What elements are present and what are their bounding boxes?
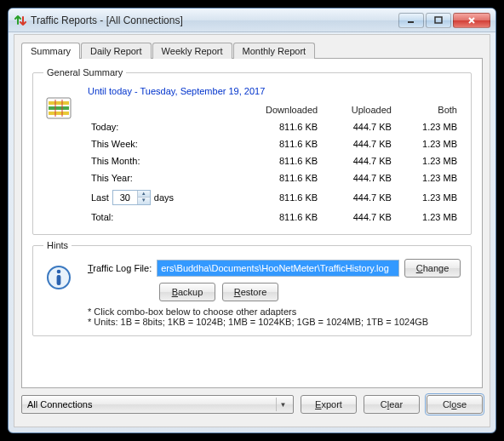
tab-summary[interactable]: Summary <box>21 43 80 59</box>
maximize-button[interactable] <box>426 13 451 28</box>
spin-up-icon[interactable]: ▲ <box>138 191 150 198</box>
last-label-prefix: Last <box>91 192 109 203</box>
svg-point-9 <box>57 270 61 274</box>
tab-panel: General Summary Until today - Tuesday, S… <box>21 58 483 388</box>
svg-rect-3 <box>49 101 69 105</box>
svg-rect-5 <box>49 112 69 115</box>
days-input[interactable] <box>113 191 137 204</box>
restore-button[interactable]: Restore <box>222 283 278 301</box>
tab-weekly[interactable]: Weekly Report <box>152 43 232 59</box>
window-frame: Traffic Reports - [All Connections] Summ… <box>8 8 496 433</box>
close-button[interactable] <box>453 13 490 28</box>
summary-legend: General Summary <box>43 67 126 77</box>
row-month: This Month: 811.6 KB 444.7 KB 1.23 MB <box>88 152 461 169</box>
hints-legend: Hints <box>43 240 72 250</box>
export-button[interactable]: Export <box>301 395 357 414</box>
col-both: Both <box>395 101 461 118</box>
col-blank <box>88 101 228 118</box>
row-last-n-days: Last ▲ ▼ days <box>88 186 461 209</box>
change-button[interactable]: Change <box>404 259 461 278</box>
tab-daily[interactable]: Daily Report <box>81 43 152 59</box>
window-title: Traffic Reports - [All Connections] <box>31 14 398 26</box>
bottom-bar: All Connections ▼ Export Clear Close <box>21 395 483 414</box>
svg-rect-4 <box>49 106 69 110</box>
tab-monthly[interactable]: Monthly Report <box>233 43 316 59</box>
svg-rect-10 <box>57 275 61 285</box>
svg-rect-1 <box>435 17 442 23</box>
titlebar[interactable]: Traffic Reports - [All Connections] <box>9 9 495 32</box>
log-file-input[interactable] <box>157 260 399 277</box>
hint-units: * Units: 1B = 8bits; 1KB = 1024B; 1MB = … <box>88 317 461 327</box>
row-total: Total: 811.6 KB 444.7 KB 1.23 MB <box>88 209 461 226</box>
summary-date: Until today - Tuesday, September 19, 201… <box>88 86 461 96</box>
col-uploaded: Uploaded <box>321 101 395 118</box>
hints-group: Hints Traffic Log File: Change <box>32 240 472 336</box>
row-week: This Week: 811.6 KB 444.7 KB 1.23 MB <box>88 135 461 152</box>
general-summary-group: General Summary Until today - Tuesday, S… <box>32 67 472 235</box>
chevron-down-icon: ▼ <box>276 398 289 411</box>
summary-icon <box>45 94 72 122</box>
days-spinner[interactable]: ▲ ▼ <box>112 190 151 205</box>
clear-button[interactable]: Clear <box>364 395 420 414</box>
backup-button[interactable]: Backup <box>159 283 215 301</box>
adapter-value: All Connections <box>27 399 92 410</box>
adapter-combo[interactable]: All Connections ▼ <box>21 395 294 414</box>
spin-down-icon[interactable]: ▼ <box>138 198 150 204</box>
col-downloaded: Downloaded <box>228 101 321 118</box>
stats-table: Downloaded Uploaded Both Today: 811.6 KB… <box>88 101 461 226</box>
hint-adapters: * Click combo-box below to choose other … <box>88 306 461 317</box>
window-controls <box>398 13 490 28</box>
app-icon <box>14 14 27 27</box>
info-icon <box>45 264 72 291</box>
tabs: Summary Daily Report Weekly Report Month… <box>21 43 483 59</box>
log-file-label: Traffic Log File: <box>88 263 152 273</box>
close-dialog-button[interactable]: Close <box>427 395 483 414</box>
row-today: Today: 811.6 KB 444.7 KB 1.23 MB <box>88 118 461 135</box>
row-year: This Year: 811.6 KB 444.7 KB 1.23 MB <box>88 169 461 186</box>
last-label-suffix: days <box>154 192 174 203</box>
client-area: Summary Daily Report Weekly Report Month… <box>14 34 490 427</box>
minimize-button[interactable] <box>398 13 424 28</box>
